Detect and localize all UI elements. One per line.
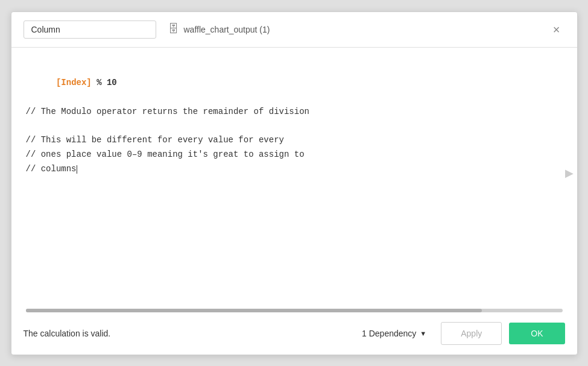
database-icon: 🗄	[168, 23, 179, 36]
dialog-body: [Index] % 10 // The Modulo operator retu…	[11, 48, 577, 299]
chevron-down-icon: ▼	[420, 330, 426, 337]
table-name-label: waffle_chart_output (1)	[184, 25, 270, 34]
ok-button[interactable]: OK	[509, 323, 564, 344]
dependency-label: 1 Dependency	[362, 329, 416, 338]
calculation-dialog: 🗄 waffle_chart_output (1) × [Index] % 10…	[11, 11, 578, 355]
close-button[interactable]: ×	[548, 21, 565, 38]
code-comment-3: // ones place value 0–9 meaning it's gre…	[26, 150, 305, 159]
dialog-header: 🗄 waffle_chart_output (1) ×	[11, 12, 577, 48]
code-index: [Index]	[56, 78, 92, 87]
code-editor[interactable]: [Index] % 10 // The Modulo operator retu…	[26, 62, 563, 191]
code-comment-1: // The Modulo operator returns the remai…	[26, 107, 309, 116]
apply-button[interactable]: Apply	[441, 322, 502, 345]
dependency-button[interactable]: 1 Dependency ▼	[355, 324, 434, 343]
scroll-indicator: ▶	[565, 166, 574, 180]
status-text: The calculation is valid.	[24, 329, 348, 338]
code-comment-4: // columns	[26, 164, 77, 174]
code-number: 10	[107, 78, 117, 87]
dialog-footer: The calculation is valid. 1 Dependency ▼…	[11, 312, 577, 355]
table-info: 🗄 waffle_chart_output (1)	[168, 23, 536, 36]
text-cursor	[77, 165, 77, 174]
column-name-input[interactable]	[24, 21, 156, 39]
code-comment-2: // This will be different for every valu…	[26, 135, 284, 145]
code-operator: %	[92, 78, 107, 87]
